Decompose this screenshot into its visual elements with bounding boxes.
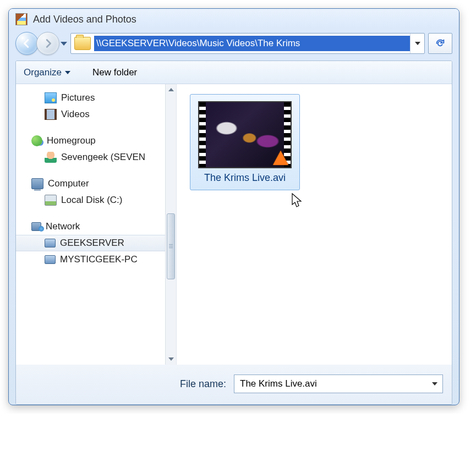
nav-buttons bbox=[15, 32, 67, 55]
open-file-dialog: Add Videos and Photos \\GEEKSERVER\Video… bbox=[8, 8, 459, 405]
file-pane[interactable]: The Krims Live.avi bbox=[177, 84, 452, 365]
forward-button[interactable] bbox=[36, 32, 59, 55]
tree-pane: PicturesVideosHomegroupSevengeek (SEVENC… bbox=[16, 84, 177, 365]
filename-label: File name: bbox=[180, 378, 226, 390]
filename-combobox[interactable]: The Krims Live.avi bbox=[234, 375, 443, 393]
refresh-icon bbox=[434, 37, 446, 49]
movie-maker-icon bbox=[15, 13, 28, 25]
address-dropdown[interactable] bbox=[410, 34, 424, 53]
titlebar: Add Videos and Photos bbox=[9, 9, 459, 29]
tree-item-label: Pictures bbox=[61, 92, 95, 103]
user-icon bbox=[45, 152, 57, 163]
scroll-thumb[interactable] bbox=[167, 213, 175, 279]
footer: File name: The Krims Live.avi bbox=[16, 365, 452, 404]
folder-icon bbox=[74, 37, 91, 50]
pic-icon bbox=[45, 92, 57, 103]
disk-icon bbox=[45, 195, 57, 206]
arrow-right-icon bbox=[42, 37, 54, 49]
tree-item[interactable]: Sevengeek (SEVEN bbox=[16, 149, 165, 166]
address-path[interactable]: \\GEEKSERVER\Videos\Music Videos\The Kri… bbox=[94, 36, 410, 51]
window-title: Add Videos and Photos bbox=[33, 14, 136, 25]
content-area: PicturesVideosHomegroupSevengeek (SEVENC… bbox=[16, 84, 452, 365]
video-thumbnail bbox=[198, 101, 292, 168]
cursor-icon bbox=[291, 193, 303, 210]
tree-scrollbar[interactable] bbox=[165, 84, 176, 365]
tree-item[interactable]: Videos bbox=[16, 106, 165, 123]
chevron-down-icon bbox=[65, 71, 70, 74]
tree-item[interactable]: GEEKSERVER bbox=[16, 235, 165, 251]
chevron-down-icon bbox=[432, 382, 437, 386]
scroll-track[interactable] bbox=[166, 95, 176, 354]
netpc-icon bbox=[45, 255, 56, 264]
filename-dropdown[interactable] bbox=[429, 382, 440, 386]
tree-item-label: MYSTICGEEK-PC bbox=[60, 254, 138, 265]
tree-item[interactable]: Computer bbox=[16, 175, 165, 192]
arrow-left-icon bbox=[21, 37, 33, 49]
tree-item-label: Videos bbox=[61, 109, 90, 120]
comp-icon bbox=[31, 178, 43, 189]
scroll-up-button[interactable] bbox=[166, 84, 176, 95]
tree-item-label: Local Disk (C:) bbox=[61, 195, 122, 206]
tree-item[interactable]: Local Disk (C:) bbox=[16, 192, 165, 208]
tree-item[interactable]: MYSTICGEEK-PC bbox=[16, 251, 165, 268]
nav-history-dropdown[interactable] bbox=[61, 42, 67, 46]
folder-tree[interactable]: PicturesVideosHomegroupSevengeek (SEVENC… bbox=[16, 84, 165, 365]
toolbar: Organize New folder bbox=[16, 61, 452, 84]
organize-label: Organize bbox=[24, 67, 62, 78]
filename-value[interactable]: The Krims Live.avi bbox=[240, 378, 429, 389]
file-label: The Krims Live.avi bbox=[194, 172, 296, 184]
tree-item-label: Homegroup bbox=[47, 135, 96, 146]
net-icon bbox=[31, 222, 41, 231]
home-icon bbox=[31, 135, 42, 146]
tree-item-label: Network bbox=[46, 221, 80, 232]
tree-item-label: Computer bbox=[48, 178, 89, 189]
tree-item[interactable]: Pictures bbox=[16, 90, 165, 106]
file-item[interactable]: The Krims Live.avi bbox=[190, 94, 300, 190]
tree-item-label: Sevengeek (SEVEN bbox=[61, 152, 145, 163]
address-bar[interactable]: \\GEEKSERVER\Videos\Music Videos\The Kri… bbox=[70, 33, 425, 54]
netpc-icon bbox=[45, 239, 56, 247]
vid-icon bbox=[45, 109, 57, 120]
tree-item-label: GEEKSERVER bbox=[60, 238, 124, 249]
tree-item[interactable]: Homegroup bbox=[16, 133, 165, 149]
organize-menu[interactable]: Organize bbox=[24, 67, 70, 78]
new-folder-button[interactable]: New folder bbox=[92, 67, 137, 78]
explorer-panel: Organize New folder PicturesVideosHomegr… bbox=[15, 60, 452, 405]
refresh-button[interactable] bbox=[428, 33, 452, 54]
scroll-down-button[interactable] bbox=[166, 354, 176, 365]
tree-item[interactable]: Network bbox=[16, 218, 165, 235]
nav-row: \\GEEKSERVER\Videos\Music Videos\The Kri… bbox=[9, 29, 459, 60]
back-button[interactable] bbox=[15, 32, 39, 55]
